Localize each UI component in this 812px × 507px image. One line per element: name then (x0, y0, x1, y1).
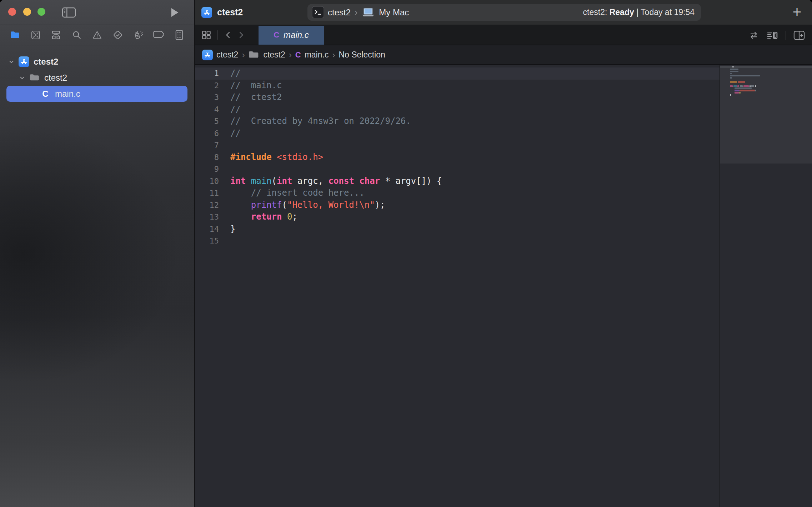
code-area[interactable]: 1//2// main.c3// ctest24//5// Created by… (195, 65, 720, 247)
toggle-sidebar-icon[interactable] (62, 7, 76, 18)
minimap-code-bar (740, 85, 743, 87)
code-text: // ctest2 (230, 91, 282, 104)
minimap-code-bar (738, 81, 745, 83)
navigator-debug-navigator-icon[interactable] (130, 27, 146, 43)
app-icon (202, 50, 213, 60)
activity-view[interactable]: ctest2 › My Mac ctest2: Ready | Today at… (307, 4, 701, 21)
chevron-separator: › (332, 50, 335, 60)
navigator-test-navigator-icon[interactable] (110, 27, 126, 43)
navigator-source-control-navigator-icon[interactable] (28, 27, 44, 43)
jumpbar-segment-ctest2[interactable]: ctest2 (202, 50, 238, 60)
app-icon (19, 56, 29, 67)
selection-highlight (6, 86, 187, 102)
jumpbar-segment-no-selection[interactable]: No Selection (339, 50, 385, 60)
code-line-4: 4// (195, 104, 720, 116)
code-text: printf("Hello, World!\n"); (230, 199, 385, 211)
navigator-issue-navigator-icon[interactable] (89, 27, 105, 43)
disclosure-chevron-icon[interactable] (7, 58, 16, 65)
line-number: 10 (195, 175, 219, 187)
run-button[interactable] (170, 7, 179, 17)
minimap-code-bar (730, 69, 738, 70)
disclosure-chevron-icon[interactable] (18, 74, 26, 81)
jumpbar-label: main.c (305, 50, 329, 60)
code-text: // main.c (230, 80, 282, 92)
source-editor[interactable]: 1//2// main.c3// ctest24//5// Created by… (195, 65, 812, 507)
tree-item-label: ctest2 (34, 57, 58, 67)
window-title: ctest2 (217, 7, 243, 17)
minimap-code-bar (730, 77, 732, 79)
minimap-code-bar (737, 85, 739, 87)
scheme-selector[interactable]: ctest2 › My Mac (307, 6, 409, 18)
code-line-5: 5// Created by 4nsw3r on 2022/9/26. (195, 115, 720, 127)
code-line-6: 6// (195, 127, 720, 140)
line-number: 2 (195, 80, 219, 92)
code-line-3: 3// ctest2 (195, 91, 720, 104)
line-number: 8 (195, 151, 219, 164)
navigator-symbol-navigator-icon[interactable] (48, 27, 64, 43)
minimap-code-bar (730, 81, 737, 83)
split-editor-icon[interactable] (793, 30, 805, 40)
jumpbar-segment-main.c[interactable]: Cmain.c (295, 50, 329, 60)
code-line-15: 15 (195, 235, 720, 247)
chevron-separator: › (355, 7, 357, 17)
zoom-window-button[interactable] (37, 8, 45, 16)
tab-main.c[interactable]: Cmain.c (259, 26, 324, 45)
code-line-12: 12 printf("Hello, World!\n"); (195, 199, 720, 211)
navigator-bar (0, 25, 194, 45)
sidebar-divider[interactable] (194, 0, 195, 507)
code-line-9: 9 (195, 163, 720, 175)
editor-options-icon[interactable] (766, 30, 778, 41)
jumpbar-label: No Selection (339, 50, 385, 60)
minimap-code-bar (735, 87, 752, 89)
c-file-icon: C (40, 89, 51, 99)
minimap-code-bar (755, 85, 756, 87)
laptop-glyph (361, 7, 375, 18)
divider (217, 30, 218, 40)
jumpbar-label: ctest2 (216, 50, 238, 60)
tab-bar: Cmain.c (195, 25, 812, 45)
jumpbar-segment-ctest2[interactable]: ctest2 (248, 50, 285, 60)
sidebar: ctest2ctest2Cmain.c (0, 0, 194, 507)
scheme-name[interactable]: ctest2 (328, 7, 351, 17)
code-line-7: 7 (195, 139, 720, 151)
minimap-code-bar (735, 92, 739, 94)
related-items-icon[interactable] (200, 30, 212, 40)
go-forward-icon[interactable] (236, 30, 246, 40)
go-back-icon[interactable] (223, 30, 233, 40)
line-number: 12 (195, 199, 219, 211)
tree-row-main.c[interactable]: Cmain.c (0, 86, 194, 102)
line-number: 14 (195, 223, 219, 235)
run-destination[interactable]: My Mac (379, 7, 409, 17)
minimap-code-bar (730, 73, 732, 74)
code-text: // Created by 4nsw3r on 2022/9/26. (230, 115, 411, 127)
minimap-code-bar (739, 92, 741, 94)
line-number: 4 (195, 104, 219, 116)
minimap-code-bar (730, 94, 731, 96)
add-button[interactable]: + (788, 3, 806, 21)
sidebar-toolbar (0, 0, 194, 25)
minimap-code-bar (740, 90, 755, 91)
code-line-2: 2// main.c (195, 80, 720, 92)
tab-label: main.c (284, 30, 309, 40)
navigator-report-navigator-icon[interactable] (171, 27, 187, 43)
tree-row-ctest2[interactable]: ctest2 (0, 70, 194, 86)
line-number: 11 (195, 187, 219, 199)
jumpbar-label: ctest2 (263, 50, 285, 60)
code-line-11: 11 // insert code here... (195, 187, 720, 199)
tree-row-ctest2[interactable]: ctest2 (0, 54, 194, 70)
minimap-code-bar (730, 85, 733, 87)
navigator-find-navigator-icon[interactable] (69, 27, 85, 43)
minimize-window-button[interactable] (23, 8, 31, 16)
xcode-window: ctest2ctest2Cmain.c ctest2 ctest2 › My M… (0, 0, 812, 507)
c-file-icon: C (274, 30, 279, 40)
navigator-project-navigator-icon[interactable] (7, 27, 23, 43)
editor-controls (748, 25, 812, 45)
adjacent-editors-icon[interactable] (748, 30, 759, 40)
line-number: 3 (195, 91, 219, 104)
minimap[interactable] (720, 65, 812, 507)
navigator-breakpoint-navigator-icon[interactable] (151, 27, 167, 43)
project-app-icon (201, 7, 212, 18)
close-window-button[interactable] (8, 8, 16, 16)
code-text: int main(int argc, const char * argv[]) … (230, 175, 442, 187)
minimap-visible-range[interactable] (720, 66, 812, 164)
